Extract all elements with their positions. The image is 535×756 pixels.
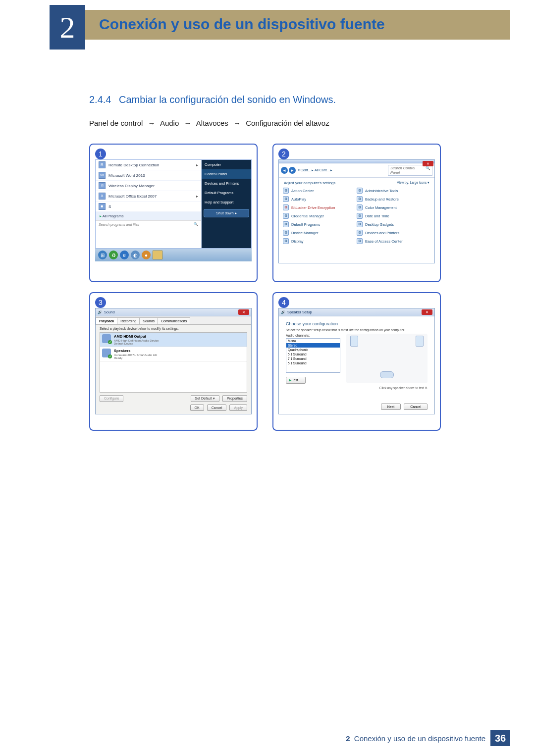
control-panel-item[interactable]: ⚙Desktop Gadgets	[357, 221, 430, 228]
footer-chapter-number: 2	[346, 734, 350, 743]
control-panel-item[interactable]: ⚙Devices and Printers	[357, 229, 430, 236]
control-panel-item[interactable]: ⚙Device Manager	[283, 229, 357, 236]
start-menu-item[interactable]: WMicrosoft Word 2010	[96, 170, 201, 181]
breadcrumb-part: Altavoces	[196, 119, 228, 127]
channels-listbox[interactable]: MonoStereoQuadraphonic5.1 Surround7.1 Su…	[286, 338, 340, 373]
footer-text: 2 Conexión y uso de un dispositivo fuent…	[346, 734, 485, 743]
next-button[interactable]: Next	[381, 403, 401, 410]
start-menu-item[interactable]: ■S	[96, 202, 201, 212]
close-icon[interactable]: ✕	[238, 309, 249, 315]
speaker-setup-window: 🔊 Speaker Setup ✕ Choose your configurat…	[278, 308, 435, 414]
taskbar-icon[interactable]: ●	[142, 251, 151, 259]
control-panel-item[interactable]: ⚙Ease of Access Center	[357, 238, 430, 245]
properties-button[interactable]: Properties	[222, 395, 247, 402]
start-menu-item[interactable]: ⎚Wireless Display Manager	[96, 181, 201, 191]
taskbar: ⊞ ♻ e ◐ ●	[95, 249, 252, 261]
close-icon[interactable]: ✕	[423, 161, 433, 166]
channel-option[interactable]: 7.1 Surround	[286, 356, 340, 361]
speaker-icon: 🔊	[281, 310, 285, 314]
address-crumbs[interactable]: « Cont...All Cont...	[298, 168, 332, 172]
control-panel-item[interactable]: ⚙Administrative Tools	[357, 187, 430, 194]
search-input[interactable]: Search Control Panel 🔍	[388, 165, 432, 176]
cp-icon: ⚙	[357, 204, 363, 210]
start-menu-right-item[interactable]: Devices and Printers	[202, 179, 251, 188]
control-panel-item[interactable]: ⚙Color Management	[357, 204, 430, 211]
instruction-text: Select a playback device below to modify…	[96, 325, 251, 332]
control-panel-item[interactable]: ⚙Date and Time	[357, 212, 430, 219]
cp-label: Display	[291, 239, 304, 244]
wizard-buttons: Next Cancel	[279, 401, 434, 414]
start-menu-right-item[interactable]: Help and Support	[202, 198, 251, 207]
app-icon: X	[99, 193, 106, 200]
wizard-body: Audio channels: MonoStereoQuadraphonic5.…	[279, 334, 434, 401]
ok-button[interactable]: OK	[190, 404, 204, 411]
search-placeholder: Search programs and files	[99, 223, 139, 226]
item-label: Remote Desktop Connection	[108, 163, 159, 167]
channel-option[interactable]: Stereo	[286, 343, 340, 348]
window-titlebar: 🔊 Sound ✕	[96, 308, 251, 316]
sound-tab[interactable]: Sounds	[139, 317, 158, 324]
chapter-number: 2	[60, 10, 75, 45]
control-panel-item[interactable]: ⚙Action Center	[283, 187, 357, 194]
taskbar-ie-icon[interactable]: e	[120, 251, 129, 259]
configure-button[interactable]: Configure	[100, 395, 123, 402]
start-menu-item[interactable]: XMicrosoft Office Excel 2007▸	[96, 191, 201, 202]
device-list[interactable]: ✓AMD HDMI OutputAMD High Definition Audi…	[100, 332, 247, 393]
window-title: Speaker Setup	[287, 310, 312, 314]
cancel-button[interactable]: Cancel	[207, 404, 227, 411]
taskbar-icon[interactable]: ◐	[131, 251, 140, 259]
search-icon: 🔍	[426, 166, 430, 175]
sound-tab[interactable]: Playback	[96, 317, 117, 324]
start-menu-right-item[interactable]: Control Panel	[202, 169, 251, 179]
control-panel-item[interactable]: ⚙BitLocker Drive Encryption	[283, 204, 357, 211]
channel-option[interactable]: 5.1 Surround	[286, 352, 340, 356]
cp-icon: ⚙	[357, 213, 363, 219]
view-by-dropdown[interactable]: View by: Large icons ▾	[397, 181, 429, 185]
step-card-4: 4 🔊 Speaker Setup ✕ Choose your configur…	[272, 292, 441, 431]
control-panel-item[interactable]: ⚙Default Programs	[283, 221, 357, 228]
playback-device[interactable]: ✓AMD HDMI OutputAMD High Definition Audi…	[100, 333, 247, 347]
control-panel-item[interactable]: ⚙Backup and Restore	[357, 196, 430, 202]
cp-icon: ⚙	[283, 238, 289, 244]
test-button[interactable]: Test	[286, 377, 306, 384]
back-icon[interactable]: ◄	[281, 167, 288, 174]
taskbar-icon[interactable]: ♻	[109, 251, 118, 259]
control-panel-item[interactable]: ⚙Credential Manager	[283, 212, 357, 219]
search-icon: 🔍	[194, 222, 198, 226]
start-menu-right-item[interactable]: Computer	[202, 160, 251, 169]
start-orb-icon[interactable]: ⊞	[98, 251, 107, 259]
sound-tab[interactable]: Recording	[117, 317, 140, 324]
breadcrumb: Panel de control → Audio → Altavoces → C…	[89, 119, 329, 127]
device-name: AMD HDMI Output	[114, 334, 159, 339]
channel-option[interactable]: 5.1 Surround	[286, 361, 340, 365]
left-speaker-icon[interactable]	[350, 336, 358, 347]
sound-tab[interactable]: Communications	[158, 317, 190, 324]
submenu-arrow-icon: ▸	[196, 194, 198, 199]
cancel-button[interactable]: Cancel	[404, 403, 428, 410]
start-menu-right-item[interactable]: Default Programs	[202, 188, 251, 198]
channel-option[interactable]: Quadraphonic	[286, 348, 340, 352]
control-panel-item[interactable]: ⚙Display	[283, 238, 357, 245]
cp-label: AutoPlay	[291, 197, 306, 202]
set-default-button[interactable]: Set Default	[191, 395, 220, 402]
search-input[interactable]: Search programs and files 🔍	[96, 220, 201, 228]
shutdown-button[interactable]: Shut down ▸	[204, 209, 249, 217]
apply-button[interactable]: Apply	[229, 404, 247, 411]
wizard-heading: Choose your configuration	[279, 316, 434, 328]
right-speaker-icon[interactable]	[416, 336, 424, 347]
page-footer: 2 Conexión y uso de un dispositivo fuent…	[346, 730, 510, 746]
control-panel-item[interactable]: ⚙AutoPlay	[283, 196, 357, 202]
listener-icon	[380, 371, 394, 378]
taskbar-icon[interactable]	[153, 251, 162, 259]
start-menu-right: ComputerControl PanelDevices and Printer…	[202, 160, 251, 248]
submenu-arrow-icon: ▸	[196, 163, 198, 167]
playback-device[interactable]: ✓SpeakersConexant 20671 SmartAudio HDRea…	[100, 347, 247, 361]
all-programs-button[interactable]: All Programs	[96, 212, 201, 220]
forward-icon[interactable]: ►	[289, 167, 296, 174]
channel-option[interactable]: Mono	[286, 339, 340, 343]
breadcrumb-part: Configuración del altavoz	[246, 119, 329, 127]
start-menu-item[interactable]: RRemote Desktop Connection▸	[96, 160, 201, 170]
close-icon[interactable]: ✕	[422, 309, 432, 315]
cp-label: Device Manager	[291, 231, 319, 235]
cp-icon: ⚙	[357, 230, 363, 236]
